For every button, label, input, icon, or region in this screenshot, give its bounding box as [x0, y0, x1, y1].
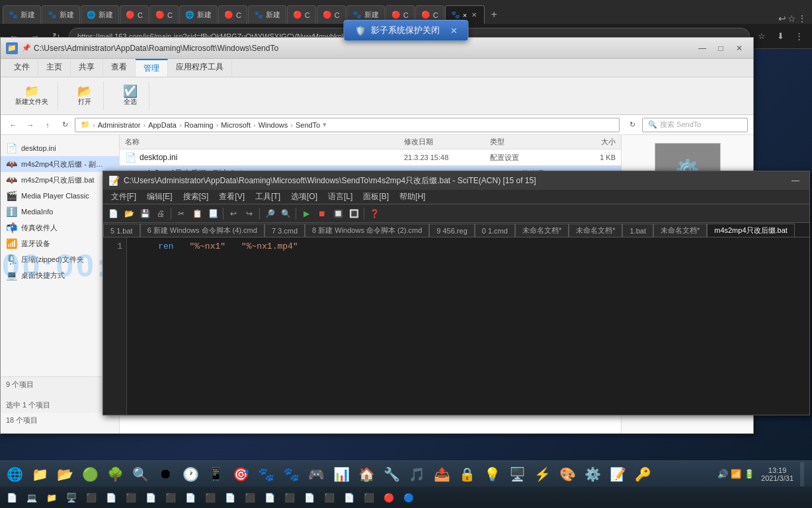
scite-tab-6[interactable]: 未命名文档*	[515, 224, 569, 237]
taskbar-icon-target[interactable]: 🎯	[229, 462, 253, 486]
nav-up-button[interactable]: ↑	[40, 118, 55, 132]
taskbar-bottom-icon-8[interactable]: ⬛	[161, 488, 180, 507]
tool-save[interactable]: 💾	[138, 206, 152, 221]
editor-content[interactable]: ren "%~nx1" "%~nx1.mp4"	[127, 237, 809, 415]
taskbar-bottom-icon-20[interactable]: 🔵	[399, 488, 418, 507]
scite-tab-8[interactable]: 1.bat	[622, 224, 653, 237]
taskbar-icon-paw[interactable]: 🐾	[254, 462, 278, 486]
ribbon-tab-manage[interactable]: 管理	[136, 59, 168, 77]
taskbar-icon-wrench[interactable]: 🔧	[380, 462, 403, 486]
scite-menu-2[interactable]: 搜索[S]	[178, 190, 214, 204]
sidebar-item-2[interactable]: 🦇 m4s2mp4只改后缀.bat	[1, 172, 119, 188]
taskbar-icon-tree-app[interactable]: 🌳	[103, 462, 127, 486]
scite-menu-3[interactable]: 查看[V]	[214, 190, 250, 204]
taskbar-icon-monitor[interactable]: 🖥️	[505, 462, 529, 486]
taskbar-bottom-icon-6[interactable]: ⬛	[122, 488, 140, 507]
scite-tab-5[interactable]: 0 1.cmd	[475, 224, 515, 237]
close-button[interactable]: ✕	[731, 41, 748, 56]
sidebar-item-4[interactable]: ℹ️ MediaInfo	[1, 204, 119, 220]
browser-tab-3[interactable]: 🌐 新建	[81, 5, 119, 24]
sidebar-item-3[interactable]: 🎬 Media Player Classic	[1, 188, 119, 204]
scite-tab-9[interactable]: 未命名文档*	[653, 224, 707, 237]
tool-stop[interactable]: ⏹	[315, 206, 329, 221]
taskbar-icon-key[interactable]: 🔑	[631, 462, 655, 486]
taskbar-icon-folder[interactable]: 📁	[28, 462, 52, 486]
show-desktop-button[interactable]	[800, 462, 804, 486]
taskbar-icon-lightning[interactable]: ⚡	[530, 462, 554, 486]
taskbar-icon-notepad[interactable]: 📝	[606, 462, 629, 486]
browser-tab-10[interactable]: 🔴 C	[317, 5, 346, 24]
ribbon-tab-share[interactable]: 共享	[71, 59, 103, 77]
scite-tab-0[interactable]: 5 1.bat	[103, 224, 140, 237]
tool-toggle-2[interactable]: 🔳	[346, 206, 361, 221]
browser-tab-6[interactable]: 🌐 新建	[179, 5, 218, 24]
search-box[interactable]: 🔍 搜索 SendTo	[642, 118, 748, 132]
scite-tab-7[interactable]: 未命名文档*	[569, 224, 622, 237]
browser-tab-9[interactable]: 🔴 C	[287, 5, 316, 24]
new-folder-button[interactable]: 📁 新建文件夹	[11, 83, 52, 109]
scite-menu-7[interactable]: 面板[B]	[358, 190, 394, 204]
nav-refresh-button[interactable]: ↻	[58, 118, 72, 132]
tray-icon-1[interactable]: 🔊	[717, 469, 728, 479]
scite-tab-10[interactable]: m4s2mp4只改后缀.bat	[707, 224, 795, 237]
taskbar-icon-record[interactable]: ⏺	[153, 462, 177, 486]
taskbar-icon-gear[interactable]: ⚙️	[581, 462, 604, 486]
sidebar-item-1[interactable]: 🦇 m4s2mp4只改后缀 - 副本.bat	[1, 156, 119, 172]
star-button[interactable]: ☆	[754, 28, 770, 44]
tool-redo[interactable]: ↪	[242, 206, 257, 221]
file-row-0[interactable]: 📄 desktop.ini 21.3.23 15:48 配置设置 1 KB	[120, 149, 621, 165]
taskbar-bottom-icon-3[interactable]: 🖥️	[62, 488, 81, 507]
taskbar-icon-search[interactable]: 🔍	[128, 462, 152, 486]
path-refresh-button[interactable]: ↻	[625, 118, 639, 132]
tool-toggle-1[interactable]: 🔲	[331, 206, 345, 221]
taskbar-icon-mobile[interactable]: 📱	[204, 462, 227, 486]
scite-menu-4[interactable]: 工具[T]	[250, 190, 286, 204]
taskbar-bottom-icon-1[interactable]: 💻	[22, 488, 41, 507]
ribbon-tab-app-tools[interactable]: 应用程序工具	[168, 59, 232, 77]
taskbar-icon-game[interactable]: 🎮	[304, 462, 328, 486]
taskbar-icon-clock[interactable]: 🕐	[179, 462, 202, 486]
bookmark-icon[interactable]: ☆	[788, 13, 796, 24]
taskbar-icon-lock[interactable]: 🔒	[455, 462, 479, 486]
tool-find[interactable]: 🔎	[263, 206, 277, 221]
browser-tab-2[interactable]: 🐾 新建	[42, 5, 80, 24]
sidebar-item-0[interactable]: 📄 desktop.ini	[1, 140, 119, 156]
more-button[interactable]: ⋮	[791, 28, 807, 44]
taskbar-bottom-icon-19[interactable]: 🔴	[380, 488, 398, 507]
nav-forward-button[interactable]: →	[23, 118, 38, 132]
tool-open[interactable]: 📂	[122, 206, 136, 221]
scite-menu-8[interactable]: 帮助[H]	[394, 190, 430, 204]
scite-tab-4[interactable]: 9 456.reg	[429, 224, 474, 237]
sidebar-item-6[interactable]: 📶 蓝牙设备	[1, 235, 119, 251]
taskbar-icon-paw2[interactable]: 🐾	[279, 462, 303, 486]
sidebar-item-7[interactable]: 🗜️ 压缩(zipped)文件夹	[1, 251, 119, 267]
open-button[interactable]: 📂 打开	[71, 83, 98, 109]
taskbar-bottom-icon-7[interactable]: 📄	[142, 488, 160, 507]
taskbar-bottom-icon-18[interactable]: ⬛	[360, 488, 378, 507]
minimize-button[interactable]: —	[694, 41, 711, 56]
taskbar-icon-chart[interactable]: 📊	[329, 462, 353, 486]
tool-run[interactable]: ▶	[299, 206, 313, 221]
scite-tab-3[interactable]: 8 新建 Windows 命令脚本 (2).cmd	[305, 224, 429, 237]
maximize-button[interactable]: □	[712, 41, 729, 56]
path-breadcrumb[interactable]: 📁 › Administrator › AppData › Roaming › …	[75, 118, 620, 132]
ribbon-tab-home[interactable]: 主页	[38, 59, 71, 77]
notification-close-btn[interactable]: ✕	[450, 26, 458, 36]
scite-menu-0[interactable]: 文件[F]	[106, 190, 142, 204]
nav-back-button[interactable]: ←	[6, 118, 20, 132]
tab-close-14[interactable]: ✕	[469, 11, 479, 20]
tool-cut[interactable]: ✂	[174, 206, 188, 221]
browser-tab-7[interactable]: 🔴 C	[218, 5, 247, 24]
scite-menu-6[interactable]: 语言[L]	[323, 190, 358, 204]
taskbar-bottom-icon-5[interactable]: 📄	[102, 488, 120, 507]
tray-icon-2[interactable]: 📶	[731, 469, 741, 479]
taskbar-icon-file-manager[interactable]: 📂	[53, 462, 77, 486]
taskbar-icon-bulb[interactable]: 💡	[480, 462, 504, 486]
ribbon-tab-file[interactable]: 文件	[6, 59, 38, 77]
taskbar-icon-home[interactable]: 🏠	[354, 462, 378, 486]
browser-tab-5[interactable]: 🔴 C	[149, 5, 179, 24]
scite-menu-1[interactable]: 编辑[E]	[142, 190, 178, 204]
scite-tab-2[interactable]: 7 3.cmd	[264, 224, 305, 237]
taskbar-icon-music[interactable]: 🎵	[405, 462, 428, 486]
tool-replace[interactable]: 🔍	[278, 206, 293, 221]
